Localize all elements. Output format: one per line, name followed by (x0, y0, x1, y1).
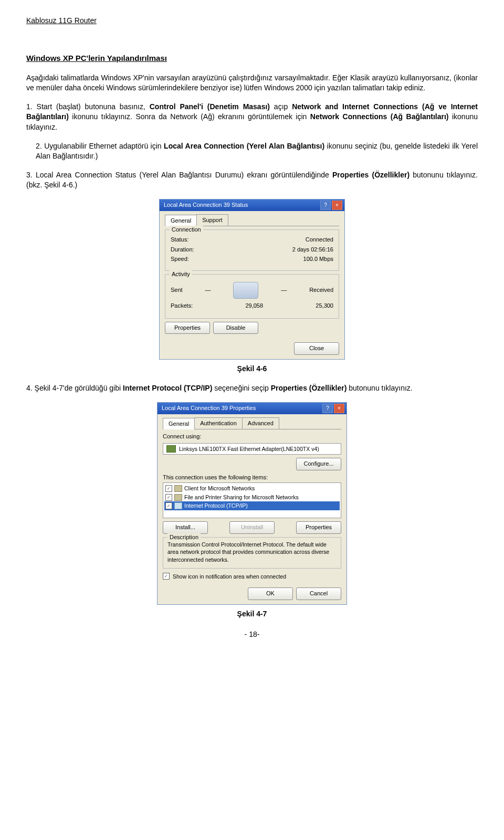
activity-label: Activity (170, 270, 192, 278)
duration-key: Duration: (171, 246, 194, 254)
checkbox-icon[interactable]: ✓ (165, 494, 172, 501)
page-number: - 18- (26, 629, 478, 640)
item1-label: Client for Microsoft Networks (184, 485, 255, 492)
step-3: 3. Local Area Connection Status (Yerel A… (26, 170, 478, 191)
uninstall-button: Uninstall (229, 521, 275, 533)
step4-bold2: Properties (Özellikler) (271, 384, 347, 392)
tab-authentication[interactable]: Authentication (194, 417, 243, 429)
intro-paragraph: Aşağıdaki talimatlarda Windows XP'nin va… (26, 73, 478, 93)
dialog-title: Local Area Connection 39 Status (162, 201, 319, 209)
step1-bold3: Network Connections (Ağ Bağlantıları) (310, 112, 449, 121)
item2-label: File and Printer Sharing for Microsoft N… (184, 494, 299, 501)
nic-icon (166, 445, 176, 453)
description-label: Description (167, 533, 201, 541)
list-item[interactable]: ✓ File and Printer Sharing for Microsoft… (164, 493, 340, 502)
step4-text: 4. Şekil 4-7'de görüldüğü gibi (26, 384, 123, 392)
close-button[interactable]: Close (294, 342, 339, 354)
tab-strip: General Support (165, 214, 339, 226)
dialog-titlebar[interactable]: Local Area Connection 39 Status ? × (160, 200, 344, 211)
list-item-selected[interactable]: ✓ Internet Protocol (TCP/IP) (164, 501, 340, 510)
nic-field: Linksys LNE100TX Fast Ethernet Adapter(L… (163, 443, 341, 455)
step4-text2: seçeneğini seçip (212, 384, 270, 392)
step1-text: 1. Start (başlat) butonuna basınız, (26, 102, 150, 111)
activity-icon (233, 282, 258, 299)
properties-dialog: Local Area Connection 39 Properties ? × … (157, 402, 347, 605)
status-dialog: Local Area Connection 39 Status ? × Gene… (159, 199, 345, 360)
step3-bold: Properties (Özellikler) (332, 171, 410, 179)
speed-key: Speed: (171, 255, 189, 263)
help-icon[interactable]: ? (322, 404, 333, 413)
tab-strip-2: General Authentication Advanced (163, 417, 341, 429)
install-button[interactable]: Install... (163, 521, 208, 533)
items-label: This connection uses the following items… (163, 474, 341, 481)
step4-text3: butonunu tıklayınız. (346, 384, 412, 392)
tab-general-2[interactable]: General (163, 418, 195, 429)
close-icon[interactable]: × (332, 201, 342, 210)
tab-advanced[interactable]: Advanced (242, 417, 279, 429)
received-label: Received (309, 286, 333, 294)
properties-button[interactable]: Properties (165, 322, 210, 334)
step4-bold1: Internet Protocol (TCP/IP) (123, 384, 212, 392)
nic-name: Linksys LNE100TX Fast Ethernet Adapter(L… (179, 445, 319, 453)
duration-value: 2 days 02:56:16 (292, 246, 333, 254)
step1-text2: açıp (270, 102, 292, 111)
step1-bold1: Control Panel'i (Denetim Masası) (150, 102, 270, 111)
cancel-button[interactable]: Cancel (296, 587, 341, 600)
figure-caption-2: Şekil 4-7 (26, 609, 478, 620)
page-header: Kablosuz 11G Router (26, 16, 478, 26)
step-2: 2. Uygulanabilir Ethernet adaptörü için … (26, 141, 478, 162)
status-value: Connected (306, 236, 333, 244)
step-4: 4. Şekil 4-7'de görüldüğü gibi Internet … (26, 383, 478, 394)
figure-caption-1: Şekil 4-6 (26, 364, 478, 374)
sent-label: Sent (171, 286, 183, 294)
show-icon-label: Show icon in notification area when conn… (173, 573, 286, 581)
checkbox-icon[interactable]: ✓ (165, 485, 172, 492)
section-title: Windows XP PC'lerin Yapılandırılması (26, 52, 478, 64)
step-1: 1. Start (başlat) butonuna basınız, Cont… (26, 102, 478, 133)
components-list[interactable]: ✓ Client for Microsoft Networks ✓ File a… (163, 482, 341, 518)
dialog2-titlebar[interactable]: Local Area Connection 39 Properties ? × (158, 403, 346, 414)
tab-support[interactable]: Support (196, 214, 228, 226)
description-text: Transmission Control Protocol/Internet P… (167, 541, 337, 564)
status-key: Status: (171, 236, 188, 244)
connection-group: Connection Status:Connected Duration:2 d… (165, 229, 339, 270)
client-icon (174, 485, 182, 492)
show-icon-checkbox[interactable]: ✓ (163, 573, 170, 580)
packets-key: Packets: (171, 302, 193, 310)
disable-button[interactable]: Disable (213, 322, 258, 334)
step1-text3: ikonunu tıklayınız. Sonra da Network (Ağ… (69, 112, 310, 121)
tab-general[interactable]: General (165, 215, 197, 226)
properties-button-2[interactable]: Properties (296, 521, 341, 533)
description-group: Description Transmission Control Protoco… (163, 537, 341, 569)
configure-button[interactable]: Configure... (296, 458, 341, 470)
speed-value: 100.0 Mbps (303, 255, 333, 263)
checkbox-icon[interactable]: ✓ (165, 502, 172, 509)
packets-sent: 29,058 (245, 302, 263, 310)
close-icon[interactable]: × (334, 404, 344, 413)
service-icon (174, 494, 182, 501)
help-icon[interactable]: ? (320, 201, 331, 210)
connection-label: Connection (170, 226, 203, 234)
dialog2-title: Local Area Connection 39 Properties (160, 404, 321, 412)
connect-using-label: Connect using: (163, 433, 341, 440)
packets-recv: 25,300 (316, 302, 333, 310)
protocol-icon (174, 502, 182, 509)
step3-text: 3. Local Area Connection Status (Yerel A… (26, 171, 332, 179)
step2-bold: Local Area Connection (Yerel Alan Bağlan… (164, 142, 324, 150)
list-item[interactable]: ✓ Client for Microsoft Networks (164, 484, 340, 493)
item3-label: Internet Protocol (TCP/IP) (184, 502, 248, 510)
activity-group: Activity Sent — — Received Packets: 29,0… (165, 274, 339, 319)
ok-button[interactable]: OK (248, 587, 293, 600)
step2-text: 2. Uygulanabilir Ethernet adaptörü için (36, 142, 164, 150)
